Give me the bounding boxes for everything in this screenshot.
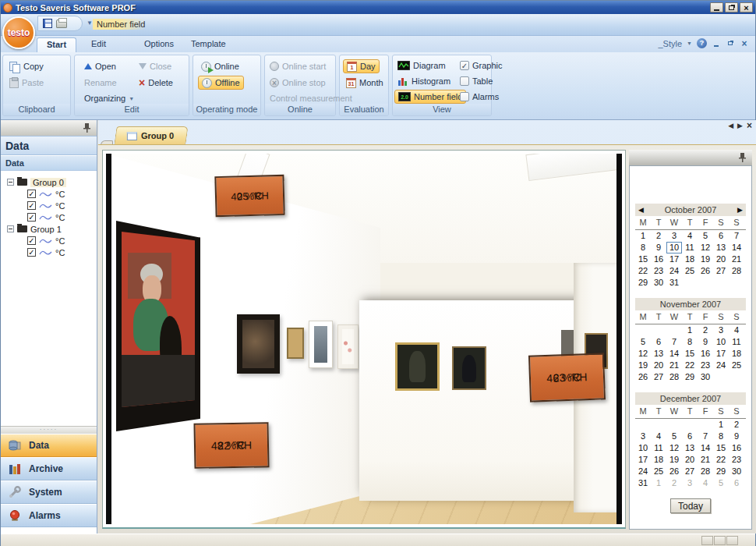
calendar-day[interactable]: 11 <box>651 442 666 454</box>
prev-month-icon[interactable]: ◀ <box>638 204 644 216</box>
graphic-checkbox[interactable]: ✓Graphic <box>457 58 506 73</box>
calendar-day[interactable]: 25 <box>651 466 666 477</box>
calendar-day[interactable]: 23 <box>698 360 713 371</box>
calendar-day[interactable]: 27 <box>713 265 729 277</box>
calendar-day[interactable]: 9 <box>698 336 713 348</box>
calendar-day[interactable]: 6 <box>682 431 698 442</box>
tab-start[interactable]: Start <box>37 37 76 52</box>
print-icon[interactable] <box>56 20 67 28</box>
calendar-day[interactable]: 3 <box>666 230 682 242</box>
calendar-day[interactable]: 8 <box>682 336 698 348</box>
calendar-day[interactable]: 12 <box>635 348 651 360</box>
tree-group[interactable]: Group 1 <box>7 223 97 235</box>
calendar-day[interactable]: 4 <box>698 477 713 489</box>
calendar-day[interactable]: 6 <box>713 230 729 242</box>
calendar-day[interactable]: 22 <box>682 360 698 371</box>
calendar-day[interactable]: 29 <box>682 371 698 383</box>
calendar-day[interactable]: 6 <box>651 336 666 348</box>
calendar-day[interactable]: 14 <box>729 242 744 254</box>
online-button[interactable]: Online <box>198 59 242 73</box>
document-tab-group0[interactable]: Group 0 <box>114 126 188 144</box>
calendar-day[interactable]: 10 <box>635 442 651 454</box>
calendar-day[interactable]: 11 <box>682 242 698 254</box>
channel-checkbox[interactable]: ✓ <box>27 248 36 257</box>
close-group-button[interactable]: Close <box>136 59 175 73</box>
calendar-day[interactable]: 10 <box>713 336 729 348</box>
tree-channel[interactable]: ✓°C <box>7 188 97 200</box>
delete-button[interactable]: ×Delete <box>136 76 176 90</box>
nav-system-button[interactable]: System <box>1 480 97 504</box>
calendar-day[interactable]: 7 <box>698 431 713 442</box>
calendar-day[interactable]: 1 <box>635 230 651 242</box>
calendar-day[interactable]: 2 <box>729 419 744 431</box>
calendar-day[interactable]: 23 <box>651 265 666 277</box>
rename-button[interactable]: Rename <box>81 76 120 90</box>
calendar-day[interactable]: 18 <box>729 348 744 360</box>
tab-options[interactable]: Options <box>135 37 183 52</box>
nav-alarms-button[interactable]: Alarms <box>1 504 97 527</box>
calendar-day[interactable]: 14 <box>698 442 713 454</box>
doc-next-icon[interactable]: ▶ <box>737 122 743 129</box>
calendar-day[interactable]: 22 <box>635 265 651 277</box>
tree-channel[interactable]: ✓°C <box>7 235 97 246</box>
calendar-day[interactable]: 11 <box>729 336 744 348</box>
nav-data-button[interactable]: Data <box>1 434 97 457</box>
calendar-day[interactable]: 17 <box>666 254 682 265</box>
tree-channel[interactable]: ✓°C <box>7 200 97 211</box>
calendar-day[interactable]: 18 <box>651 454 666 466</box>
save-icon[interactable] <box>43 19 52 28</box>
offline-button[interactable]: Offline <box>198 76 244 90</box>
calendar-day[interactable]: 13 <box>651 348 666 360</box>
calendar-day[interactable]: 20 <box>682 454 698 466</box>
next-month-icon[interactable]: ▶ <box>737 204 743 216</box>
calendar-day[interactable]: 15 <box>713 442 729 454</box>
calendar-day[interactable]: 15 <box>635 254 651 265</box>
calendar-day[interactable]: 5 <box>635 336 651 348</box>
style-menu[interactable]: _Style <box>658 39 682 48</box>
calendar-day[interactable]: 15 <box>682 348 698 360</box>
tab-template[interactable]: Template <box>182 37 235 52</box>
calendar-day[interactable]: 30 <box>729 466 744 477</box>
calendar-day[interactable]: 9 <box>651 242 666 254</box>
calendar-day[interactable]: 20 <box>713 254 729 265</box>
control-measurement-button[interactable]: Control measurement <box>267 91 355 105</box>
open-button[interactable]: Open <box>81 59 119 73</box>
calendar-day[interactable]: 24 <box>635 466 651 477</box>
calendar-day[interactable]: 23 <box>729 454 744 466</box>
resize-grip[interactable] <box>701 536 738 545</box>
pin-icon[interactable] <box>739 153 746 162</box>
calendar-day[interactable]: 28 <box>698 466 713 477</box>
calendar-day[interactable]: 3 <box>635 431 651 442</box>
calendar-day[interactable]: 21 <box>729 254 744 265</box>
calendar-day[interactable]: 28 <box>729 265 744 277</box>
table-checkbox[interactable]: Table <box>457 74 496 88</box>
calendar-day[interactable]: 21 <box>698 454 713 466</box>
channel-checkbox[interactable]: ✓ <box>27 213 36 222</box>
restore-button[interactable] <box>725 2 738 12</box>
calendar-day[interactable]: 5 <box>698 230 713 242</box>
calendar-day[interactable]: 8 <box>635 242 651 254</box>
calendar-day[interactable]: 5 <box>713 477 729 489</box>
calendar-day[interactable]: 20 <box>651 360 666 371</box>
calendar-day[interactable]: 4 <box>729 324 744 336</box>
number-field-button[interactable]: 2.0Number field <box>394 90 466 104</box>
calendar-day[interactable]: 26 <box>698 265 713 277</box>
calendar-day[interactable]: 13 <box>713 242 729 254</box>
calendar-day[interactable]: 4 <box>682 230 698 242</box>
calendar-day[interactable]: 19 <box>666 454 682 466</box>
doc-close-tab-icon[interactable]: × <box>747 122 752 129</box>
calendar-day[interactable]: 1 <box>682 324 698 336</box>
channel-checkbox[interactable]: ✓ <box>27 190 36 198</box>
calendar-day[interactable]: 2 <box>698 324 713 336</box>
calendar-day[interactable]: 13 <box>682 442 698 454</box>
histogram-button[interactable]: Histogram <box>394 74 454 88</box>
calendar-day[interactable]: 17 <box>713 348 729 360</box>
calendar-day[interactable]: 26 <box>635 371 651 383</box>
minimize-button[interactable] <box>710 2 723 12</box>
calendar-day[interactable]: 3 <box>682 477 698 489</box>
calendar-day[interactable]: 31 <box>666 277 682 289</box>
online-start-button[interactable]: Online start <box>267 59 329 73</box>
calendar-day[interactable]: 5 <box>666 431 682 442</box>
alarms-checkbox[interactable]: Alarms <box>457 90 502 104</box>
calendar-day[interactable]: 12 <box>698 242 713 254</box>
